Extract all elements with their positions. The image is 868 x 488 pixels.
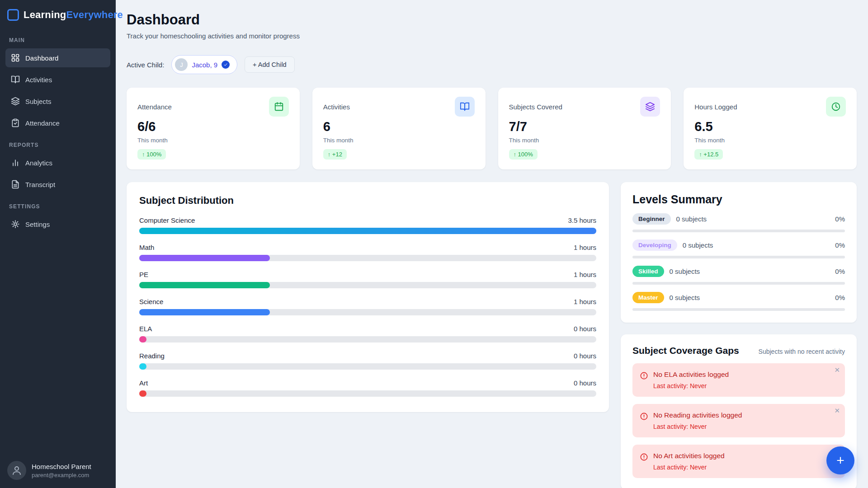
level-progress-track: [632, 282, 845, 285]
add-child-button[interactable]: + Add Child: [245, 56, 295, 73]
sidebar-item-attendance[interactable]: Attendance: [5, 113, 110, 132]
distribution-row: Computer Science3.5 hours: [139, 216, 596, 234]
subject-hours: 0 hours: [574, 352, 596, 360]
clipboard-check-icon: [11, 118, 20, 127]
user-name: Homeschool Parent: [32, 463, 91, 470]
user-info: Homeschool Parent parent@example.com: [32, 463, 91, 479]
document-icon: [11, 180, 20, 189]
grid-icon: [11, 53, 20, 62]
alert-circle-icon: [640, 371, 648, 380]
subject-hours: 0 hours: [574, 325, 596, 333]
alert-body: No Art activities logged Last activity: …: [653, 452, 725, 471]
layers-icon: [11, 97, 20, 106]
subject-hours: 1 hours: [574, 271, 596, 278]
stat-period: This month: [509, 137, 660, 144]
alert-detail: Last activity: Never: [653, 382, 729, 389]
add-fab-button[interactable]: +: [826, 446, 854, 474]
level-progress-track: [632, 308, 845, 311]
subject-hours: 1 hours: [574, 298, 596, 305]
subject-name: ELA: [139, 325, 152, 333]
levels-summary-card: Levels Summary Beginner 0 subjects 0% De…: [621, 182, 857, 323]
stat-value: 6.5: [694, 119, 846, 134]
distribution-track: [139, 255, 596, 261]
user-profile[interactable]: Homeschool Parent parent@example.com: [0, 453, 116, 488]
close-icon[interactable]: [834, 366, 840, 373]
alert-circle-icon: [640, 412, 648, 421]
alert-detail: Last activity: Never: [653, 423, 742, 430]
distribution-bar: [139, 255, 270, 261]
stat-trend-badge: ↑ 100%: [509, 149, 538, 160]
active-child-pill[interactable]: J Jacob, 9: [171, 55, 237, 74]
alert-detail: Last activity: Never: [653, 464, 725, 471]
sidebar-item-analytics[interactable]: Analytics: [5, 153, 110, 172]
sidebar-item-label: Subjects: [25, 98, 52, 105]
book-open-icon: [11, 75, 20, 84]
distribution-row: Art0 hours: [139, 379, 596, 397]
coverage-gaps-subtitle: Subjects with no recent activity: [759, 348, 845, 355]
distribution-track: [139, 390, 596, 397]
stat-trend-badge: ↑ +12.5: [694, 149, 723, 160]
coverage-gaps-title: Subject Coverage Gaps: [632, 345, 739, 356]
level-count: 0 subjects: [683, 241, 713, 249]
level-progress-track: [632, 256, 845, 258]
check-badge-icon: [222, 61, 230, 69]
distribution-bar: [139, 282, 270, 288]
level-progress-track: [632, 230, 845, 232]
sidebar-item-label: Settings: [25, 221, 50, 228]
distribution-bar: [139, 309, 270, 315]
alert-body: No ELA activities logged Last activity: …: [653, 371, 729, 389]
page-subtitle: Track your homeschooling activities and …: [127, 32, 857, 40]
active-child-label: Active Child:: [127, 61, 164, 69]
calendar-icon: [269, 97, 289, 117]
level-badge-beginner: Beginner: [632, 213, 671, 225]
level-percent: 0%: [835, 241, 845, 249]
subject-name: PE: [139, 271, 148, 278]
book-open-icon: [455, 97, 475, 117]
child-avatar: J: [175, 58, 188, 71]
stat-period: This month: [137, 137, 289, 144]
sidebar-item-label: Analytics: [25, 159, 52, 167]
subject-distribution-card: Subject Distribution Computer Science3.5…: [127, 182, 609, 412]
sidebar-item-activities[interactable]: Activities: [5, 70, 110, 89]
alert-title: No ELA activities logged: [653, 371, 729, 379]
user-email: parent@example.com: [32, 472, 91, 479]
user-avatar-icon: [7, 461, 26, 480]
sidebar-item-settings[interactable]: Settings: [5, 215, 110, 234]
level-badge-master: Master: [632, 292, 664, 303]
subject-hours: 3.5 hours: [568, 216, 596, 224]
level-row: Skilled 0 subjects 0%: [632, 266, 845, 285]
stat-card-attendance: Attendance 6/6 This month ↑ 100%: [127, 88, 300, 169]
subject-name: Math: [139, 244, 154, 251]
sidebar-item-dashboard[interactable]: Dashboard: [5, 48, 110, 67]
gap-alert-art: No Art activities logged Last activity: …: [632, 445, 845, 478]
subject-name: Art: [139, 379, 148, 387]
subject-name: Science: [139, 298, 163, 305]
brand-logo: LearningEverywhere: [0, 0, 116, 29]
bar-chart-icon: [11, 158, 20, 167]
sidebar-item-label: Dashboard: [25, 54, 58, 62]
alert-body: No Reading activities logged Last activi…: [653, 411, 742, 430]
sidebar-item-subjects[interactable]: Subjects: [5, 92, 110, 111]
sidebar-item-transcript[interactable]: Transcript: [5, 175, 110, 194]
distribution-row: PE1 hours: [139, 271, 596, 288]
brand-part1: Learning: [24, 9, 66, 20]
page-content: Dashboard Track your homeschooling activ…: [116, 0, 868, 488]
stat-value: 6: [323, 119, 475, 134]
stat-trend-badge: ↑ +12: [323, 149, 347, 160]
level-count: 0 subjects: [670, 267, 700, 275]
level-percent: 0%: [835, 215, 845, 223]
nav-section-reports: REPORTS: [0, 134, 116, 152]
distribution-bar: [139, 390, 146, 397]
close-icon[interactable]: [834, 407, 840, 414]
subject-hours: 0 hours: [574, 379, 596, 387]
level-percent: 0%: [835, 267, 845, 275]
sidebar-item-label: Activities: [25, 76, 52, 84]
levels-summary-title: Levels Summary: [632, 193, 845, 206]
alert-circle-icon: [640, 453, 648, 461]
stat-trend-badge: ↑ 100%: [137, 149, 166, 160]
brand-logo-icon: [7, 9, 19, 21]
brand-name: LearningEverywhere: [24, 9, 123, 21]
stat-value: 6/6: [137, 119, 289, 134]
stat-card-hours-logged: Hours Logged 6.5 This month ↑ +12.5: [684, 88, 857, 169]
distribution-row: Science1 hours: [139, 298, 596, 315]
